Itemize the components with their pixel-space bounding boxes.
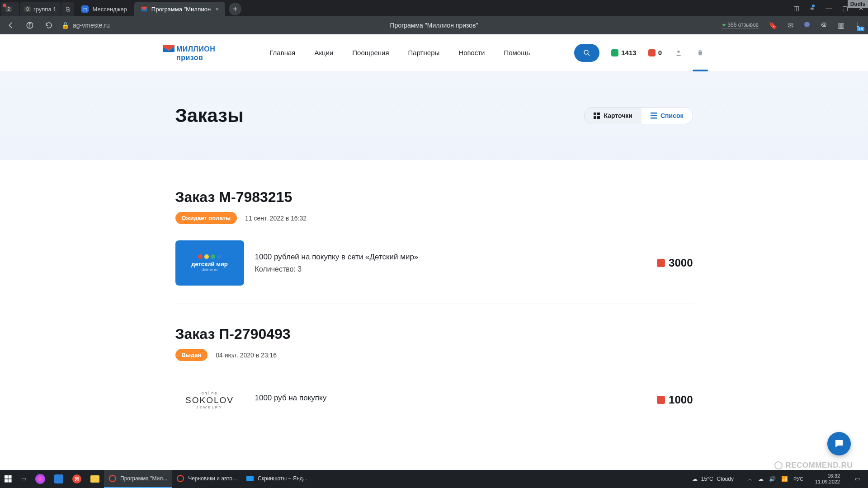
clock-time: 16:32 xyxy=(815,473,840,479)
nav-news[interactable]: Новости xyxy=(458,49,485,56)
onedrive-icon[interactable]: ☁ xyxy=(758,476,764,482)
svg-rect-14 xyxy=(9,479,12,482)
translate-icon[interactable]: ᪤ xyxy=(821,21,828,29)
points-balance-green[interactable]: 1413 xyxy=(611,49,636,56)
order-date: 11 сент. 2022 в 16:32 xyxy=(245,215,307,222)
downloads-button[interactable]: ⭳18 xyxy=(854,21,862,29)
order-item: Заказ П-2790493 Выдан 04 июл. 2020 в 23:… xyxy=(175,326,693,441)
reviews-link[interactable]: ★366 отзывов xyxy=(722,22,759,29)
watermark: RECOMMEND.RU xyxy=(774,461,853,470)
order-title: Заказ М-7983215 xyxy=(175,189,693,206)
back-button[interactable] xyxy=(5,19,17,32)
bag-icon xyxy=(697,49,704,56)
taskbar-app-yandex[interactable] xyxy=(31,470,50,488)
tab-messenger[interactable]: ◻ Мессенджер xyxy=(75,2,133,16)
points-value: 1413 xyxy=(621,49,636,56)
star-icon: ★ xyxy=(722,22,726,28)
svg-rect-7 xyxy=(597,116,600,119)
nav-help[interactable]: Помощь xyxy=(504,49,530,56)
pinned-tab-1[interactable]: 2 xyxy=(1,2,19,16)
brand-name: SOKOLOV xyxy=(185,395,234,405)
view-cards-label: Карточки xyxy=(604,112,632,119)
tab-label: Мессенджер xyxy=(92,6,127,13)
pinned-tab-2[interactable]: 0 группа 1 xyxy=(20,2,61,16)
close-tab-button[interactable]: × xyxy=(215,5,219,13)
page-heading: Заказы xyxy=(175,105,244,127)
window-label: Скриншоты – Янд... xyxy=(258,475,307,482)
order-description: 1000 рублей на покупку в сети «Детский м… xyxy=(255,253,646,262)
extensions-icon[interactable]: ≡ xyxy=(808,4,816,12)
taskbar-app-ya-red[interactable]: Я xyxy=(68,470,86,488)
price-value: 3000 xyxy=(669,257,693,269)
browser-chrome: 2 0 группа 1 ⎘ ◻ Мессенджер Программа "М… xyxy=(0,0,868,34)
points-balance-red[interactable]: 0 xyxy=(648,49,662,56)
search-button[interactable] xyxy=(574,44,599,62)
network-icon[interactable]: 📶 xyxy=(781,476,788,482)
app-icon xyxy=(108,474,117,483)
url-field[interactable]: 🔒 ag-vmeste.ru xyxy=(61,22,110,29)
logo-mark-icon xyxy=(163,44,175,54)
price-value: 1000 xyxy=(669,394,693,406)
keyboard-lang[interactable]: РУС xyxy=(793,476,803,482)
brand-name: детский мир xyxy=(191,261,227,267)
task-view-button[interactable]: ▭ xyxy=(17,470,31,488)
globe-icon[interactable] xyxy=(803,21,811,30)
volume-icon[interactable]: 🔊 xyxy=(769,476,776,482)
taskbar-window-3[interactable]: Скриншоты – Янд... xyxy=(241,470,312,488)
order-thumbnail: детский мир detmir.ru xyxy=(175,240,244,286)
url-text: ag-vmeste.ru xyxy=(73,22,110,29)
tab-badge: 2 xyxy=(5,6,12,12)
brand-url: detmir.ru xyxy=(202,267,217,272)
cloud-icon: ☁ xyxy=(692,476,698,482)
yandex-home-icon[interactable] xyxy=(24,19,36,32)
app-icon xyxy=(176,474,184,483)
taskbar-clock[interactable]: 16:32 11.09.2022 xyxy=(811,473,844,485)
tab-label: Программа "Миллион xyxy=(151,6,211,13)
cart-button[interactable] xyxy=(695,48,705,58)
start-button[interactable] xyxy=(0,470,17,488)
grid-icon xyxy=(594,113,600,119)
detmir-logo-icon xyxy=(198,254,222,259)
window-label: Программа "Мил... xyxy=(120,475,167,482)
taskbar-window-1[interactable]: Программа "Мил... xyxy=(104,470,172,488)
taskbar-window-2[interactable]: Черновики и авто... xyxy=(172,470,241,488)
clock-date: 11.09.2022 xyxy=(815,479,840,485)
minimize-button[interactable]: — xyxy=(825,4,833,12)
chat-fab[interactable] xyxy=(827,432,851,455)
order-item: Заказ М-7983215 Ожидает оплаты 11 сент. … xyxy=(175,189,693,304)
taskbar-app-calendar[interactable] xyxy=(50,470,68,488)
profile-button[interactable] xyxy=(674,48,684,58)
taskbar-app-explorer[interactable] xyxy=(86,470,104,488)
status-badge: Ожидает оплаты xyxy=(175,212,237,224)
plus-icon: ⎘ xyxy=(66,6,70,13)
page-hero: Заказы Карточки Список xyxy=(0,71,868,160)
page-title: Программа "Миллион призов" xyxy=(390,22,478,29)
svg-point-1 xyxy=(804,22,810,27)
nav-promotions[interactable]: Акции xyxy=(314,49,333,56)
chevron-up-icon[interactable]: ︿ xyxy=(747,475,753,483)
nav-partners[interactable]: Партнеры xyxy=(408,49,440,56)
logo-text-1: МИЛЛИОН xyxy=(176,46,215,53)
action-center-button[interactable]: ▭ xyxy=(848,470,866,488)
svg-rect-6 xyxy=(594,116,596,119)
new-tab-button[interactable]: + xyxy=(229,3,241,15)
red-gem-icon xyxy=(648,49,656,56)
view-list-button[interactable]: Список xyxy=(642,108,693,124)
mail-icon[interactable]: ✉ xyxy=(788,21,793,30)
reload-button[interactable] xyxy=(42,19,55,32)
bookmark-icon[interactable]: 🔖 xyxy=(769,21,778,30)
view-cards-button[interactable]: Карточки xyxy=(585,108,642,124)
sidebar-toggle-icon[interactable]: ◫ xyxy=(792,4,800,12)
view-toggle: Карточки Список xyxy=(584,107,693,124)
nav-rewards[interactable]: Поощрения xyxy=(352,49,389,56)
collections-icon[interactable]: ▥ xyxy=(838,21,844,30)
tab-million-prizov[interactable]: Программа "Миллион × xyxy=(134,2,225,16)
site-header: МИЛЛИОН призов Главная Акции Поощрения П… xyxy=(0,34,868,71)
pinned-tab-3[interactable]: ⎘ xyxy=(61,2,74,16)
site-favicon-icon xyxy=(141,5,148,13)
weather-widget[interactable]: ☁ 15°C Cloudy xyxy=(687,476,739,482)
search-icon xyxy=(583,49,591,57)
nav-home[interactable]: Главная xyxy=(269,49,295,56)
system-tray[interactable]: ︿ ☁ 🔊 📶 РУС xyxy=(744,475,807,483)
site-logo[interactable]: МИЛЛИОН призов xyxy=(163,44,215,61)
